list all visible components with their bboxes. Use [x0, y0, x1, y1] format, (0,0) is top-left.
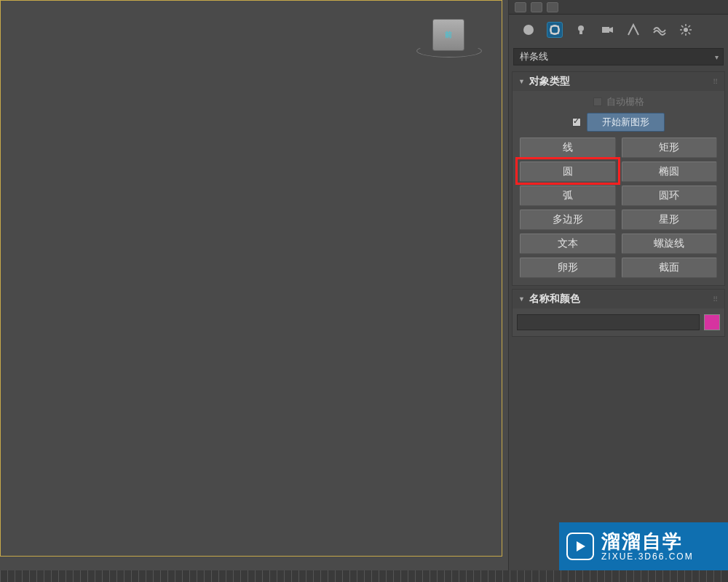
- svg-line-14: [689, 25, 691, 28]
- autogrid-row: 自动栅格: [520, 95, 717, 108]
- viewcube[interactable]: 前: [432, 19, 464, 51]
- rollout-header-name-color[interactable]: ▼ 名称和颜色 ⠿: [513, 290, 724, 308]
- shape-button[interactable]: 矩形: [622, 137, 718, 158]
- shape-button[interactable]: 椭圆: [622, 162, 718, 182]
- svg-rect-4: [579, 31, 582, 34]
- create-category-row: [509, 15, 728, 45]
- watermark-play-icon: [566, 533, 594, 560]
- svg-point-6: [684, 28, 688, 32]
- svg-rect-5: [602, 27, 609, 33]
- viewcube-area: 前: [419, 17, 478, 53]
- svg-rect-2: [551, 26, 558, 33]
- panel-tabs-row: [509, 0, 728, 15]
- rollout-object-type: ▼ 对象类型 ⠿ 自动栅格 开始新图形 线矩形圆椭圆弧圆环多边形星形文本螺旋线卵…: [512, 71, 725, 286]
- collapse-icon: ▼: [518, 78, 525, 85]
- cameras-icon[interactable]: [599, 22, 615, 38]
- rollout-name-color: ▼ 名称和颜色 ⠿: [512, 289, 725, 337]
- viewcube-ring: [416, 44, 482, 57]
- command-panel: 样条线 ▼ 对象类型 ⠿ 自动栅格 开始新图形 线矩形圆椭圆弧圆环多边形星形文本…: [508, 0, 728, 570]
- viewport-area: 前: [0, 0, 505, 564]
- autogrid-checkbox[interactable]: [593, 97, 602, 106]
- rollout-handle-icon: ⠿: [713, 295, 719, 303]
- collapse-icon: ▼: [518, 295, 525, 303]
- shape-button[interactable]: 多边形: [520, 210, 616, 230]
- lights-icon[interactable]: [573, 22, 589, 38]
- watermark: 溜溜自学 ZIXUE.3D66.COM: [559, 522, 728, 570]
- shape-button[interactable]: 圆环: [622, 186, 718, 206]
- tab-icon[interactable]: [515, 2, 526, 12]
- rollout-handle-icon: ⠿: [713, 78, 719, 86]
- object-name-input[interactable]: [517, 314, 700, 330]
- rollout-header-object-type[interactable]: ▼ 对象类型 ⠿: [513, 72, 724, 91]
- spacewarps-icon[interactable]: [652, 22, 668, 38]
- shapes-icon[interactable]: [547, 22, 563, 38]
- dropdown-selected: 样条线: [520, 50, 548, 63]
- rollout-title: 名称和颜色: [529, 292, 580, 306]
- new-shape-row: 开始新图形: [520, 113, 717, 132]
- svg-point-1: [550, 25, 559, 34]
- tab-icon[interactable]: [531, 2, 542, 12]
- svg-line-13: [681, 33, 684, 35]
- shape-button[interactable]: 星形: [622, 210, 718, 230]
- new-shape-button[interactable]: 开始新图形: [587, 113, 665, 132]
- autogrid-label: 自动栅格: [606, 95, 644, 108]
- shape-button[interactable]: 圆: [520, 162, 616, 182]
- shape-button[interactable]: 文本: [520, 234, 616, 254]
- geometry-icon[interactable]: [521, 22, 537, 38]
- tab-icon[interactable]: [547, 2, 558, 12]
- svg-line-11: [681, 25, 684, 28]
- subcategory-dropdown[interactable]: 样条线: [513, 48, 724, 65]
- svg-line-12: [689, 33, 691, 35]
- shape-button[interactable]: 螺旋线: [622, 234, 718, 254]
- viewcube-label: 前: [445, 30, 452, 40]
- shape-button[interactable]: 截面: [622, 258, 718, 278]
- shape-button-grid: 线矩形圆椭圆弧圆环多边形星形文本螺旋线卵形截面: [520, 137, 717, 278]
- shape-button[interactable]: 弧: [520, 186, 616, 206]
- watermark-title: 溜溜自学: [601, 531, 694, 552]
- systems-icon[interactable]: [678, 22, 694, 38]
- new-shape-checkbox[interactable]: [572, 118, 581, 127]
- svg-point-3: [578, 25, 584, 31]
- object-color-swatch[interactable]: [704, 314, 720, 330]
- rollout-title: 对象类型: [529, 75, 570, 88]
- helpers-icon[interactable]: [625, 22, 641, 38]
- timeline[interactable]: [0, 570, 728, 582]
- watermark-url: ZIXUE.3D66.COM: [601, 552, 694, 562]
- shape-button[interactable]: 线: [520, 137, 616, 158]
- viewport[interactable]: 前: [0, 0, 502, 557]
- shape-button[interactable]: 卵形: [520, 258, 616, 278]
- svg-point-0: [523, 25, 534, 35]
